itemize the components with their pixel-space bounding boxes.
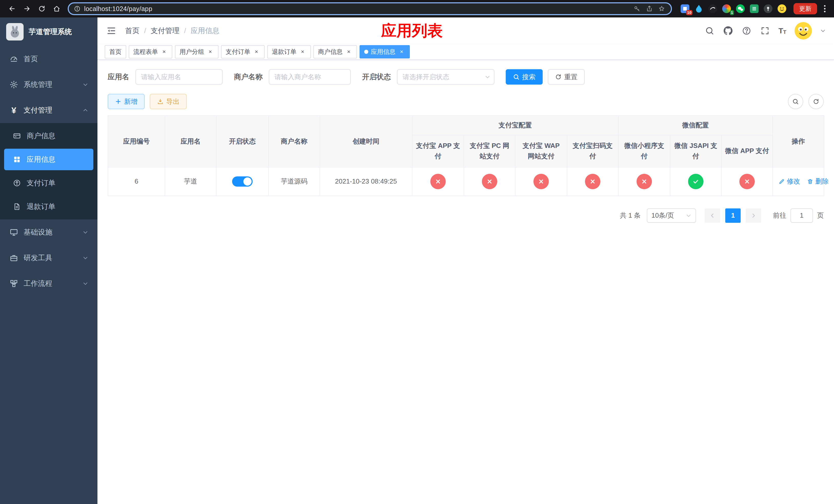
next-page-button[interactable] xyxy=(746,208,761,223)
site-info-icon[interactable] xyxy=(74,5,81,12)
table-toolbar: 新增 导出 xyxy=(108,94,824,109)
breadcrumb-item-home[interactable]: 首页 xyxy=(125,26,139,36)
tab-merchant-info[interactable]: 商户信息 xyxy=(313,45,357,59)
edit-button[interactable]: 修改 xyxy=(778,177,800,186)
tab-label: 应用信息 xyxy=(371,48,395,56)
search-icon[interactable] xyxy=(704,26,715,36)
sidebar-item-label: 商户信息 xyxy=(27,131,56,141)
merchant-name-input[interactable] xyxy=(269,69,351,85)
share-icon[interactable] xyxy=(646,5,653,12)
close-icon[interactable] xyxy=(160,48,168,55)
bookmark-star-icon[interactable] xyxy=(658,5,665,12)
extension-icon-notes[interactable] xyxy=(750,4,759,13)
chevron-down-icon xyxy=(83,281,88,287)
tab-process-form[interactable]: 流程表单 xyxy=(129,45,172,59)
extension-icon-smiley[interactable] xyxy=(777,4,786,13)
browser-back-icon[interactable] xyxy=(5,2,19,16)
add-button[interactable]: 新增 xyxy=(108,94,145,109)
sidebar-item-dev-tools[interactable]: 研发工具 xyxy=(0,245,97,271)
extension-icon-drop[interactable] xyxy=(695,4,703,13)
chevron-down-icon[interactable] xyxy=(820,28,826,33)
sidebar-item-infrastructure[interactable]: 基础设施 xyxy=(0,220,97,245)
browser-forward-icon[interactable] xyxy=(20,2,34,16)
refresh-icon[interactable] xyxy=(808,94,824,109)
delete-button[interactable]: 删除 xyxy=(807,177,829,186)
column-header-alipay-wap: 支付宝 WAP 网站支付 xyxy=(515,135,567,167)
browser-menu-icon[interactable] xyxy=(821,3,829,15)
breadcrumb: 首页 支付管理 应用信息 xyxy=(125,26,220,36)
extension-icon-wechat[interactable] xyxy=(736,4,745,13)
extension-icon-grid[interactable]: 10 xyxy=(681,4,689,13)
cell-created: 2021-10-23 08:49:25 xyxy=(320,167,412,196)
column-header-status: 开启状态 xyxy=(216,116,268,167)
status-select[interactable] xyxy=(397,69,495,85)
status-label: 开启状态 xyxy=(362,72,391,82)
cell-merchant: 芋道源码 xyxy=(268,167,320,196)
column-header-wechat-jsapi: 微信 JSAPI 支付 xyxy=(670,135,721,167)
prev-page-button[interactable] xyxy=(705,208,720,223)
sidebar-item-pay-order[interactable]: 支付订单 xyxy=(0,171,97,195)
tab-home[interactable]: 首页 xyxy=(105,45,126,59)
toggle-search-icon[interactable] xyxy=(788,94,803,109)
extension-icon-color[interactable]: 1 xyxy=(722,4,731,13)
sidebar-item-label: 基础设施 xyxy=(24,227,52,237)
sidebar-item-label: 支付订单 xyxy=(27,178,56,188)
reset-button-label: 重置 xyxy=(564,72,577,82)
column-header-actions: 操作 xyxy=(773,116,824,167)
extension-icon-dark[interactable] xyxy=(708,4,717,13)
sidebar-item-workflow[interactable]: 工作流程 xyxy=(0,271,97,296)
browser-reload-icon[interactable] xyxy=(35,2,49,16)
column-header-app-name: 应用名 xyxy=(165,116,216,167)
browser-update-button[interactable]: 更新 xyxy=(793,3,817,14)
config-status-icon xyxy=(739,174,755,189)
sidebar-item-home[interactable]: 首页 xyxy=(0,46,97,72)
close-icon[interactable] xyxy=(299,48,306,55)
extensions-row: 10 1 xyxy=(681,4,786,13)
main-area: 首页 支付管理 应用信息 应用列表 TT xyxy=(97,18,834,504)
close-icon[interactable] xyxy=(345,48,352,55)
close-icon[interactable] xyxy=(207,48,214,55)
sidebar-item-payment[interactable]: ¥ 支付管理 xyxy=(0,97,97,123)
sidebar-item-app-info[interactable]: 应用信息 xyxy=(4,149,93,170)
font-size-icon[interactable]: TT xyxy=(778,27,786,35)
extension-badge: 10 xyxy=(686,10,693,15)
sidebar-toggle-icon[interactable] xyxy=(106,25,117,37)
column-header-app-id: 应用编号 xyxy=(108,116,165,167)
export-button[interactable]: 导出 xyxy=(150,94,187,109)
grid-icon xyxy=(12,155,22,164)
tab-app-info[interactable]: 应用信息 xyxy=(359,45,410,59)
sidebar-item-refund-order[interactable]: 退款订单 xyxy=(0,195,97,219)
breadcrumb-item-payment[interactable]: 支付管理 xyxy=(151,26,179,36)
sidebar-item-system[interactable]: 系统管理 xyxy=(0,72,97,97)
status-select-input[interactable] xyxy=(397,69,495,85)
edit-button-label: 修改 xyxy=(787,177,800,186)
add-button-label: 新增 xyxy=(124,97,137,106)
cell-status xyxy=(216,167,268,196)
fullscreen-icon[interactable] xyxy=(760,26,770,36)
page-number-button[interactable]: 1 xyxy=(725,208,741,223)
tab-user-group[interactable]: 用户分组 xyxy=(175,45,219,59)
status-toggle[interactable] xyxy=(232,176,253,187)
tab-pay-order[interactable]: 支付订单 xyxy=(221,45,265,59)
avatar[interactable] xyxy=(794,22,812,40)
password-key-icon[interactable] xyxy=(633,5,641,12)
browser-home-icon[interactable] xyxy=(50,2,64,16)
chevron-down-icon xyxy=(83,255,88,261)
tab-refund-order[interactable]: 退款订单 xyxy=(267,45,311,59)
page-size-select[interactable]: 10条/页 xyxy=(647,208,696,223)
extension-icon-pin[interactable] xyxy=(764,4,772,13)
close-icon[interactable] xyxy=(398,48,405,55)
export-button-label: 导出 xyxy=(166,97,179,106)
app-name-input[interactable] xyxy=(135,69,223,85)
sidebar-item-merchant-info[interactable]: 商户信息 xyxy=(0,124,97,148)
reset-button[interactable]: 重置 xyxy=(548,69,585,85)
url-bar[interactable]: localhost:1024/pay/app xyxy=(68,2,672,15)
help-icon[interactable] xyxy=(741,26,752,36)
browser-toolbar: localhost:1024/pay/app 10 1 更新 xyxy=(0,0,834,18)
column-group-wechat: 微信配置 xyxy=(618,116,773,135)
breadcrumb-separator xyxy=(184,27,186,35)
github-icon[interactable] xyxy=(723,26,733,36)
search-button[interactable]: 搜索 xyxy=(506,69,543,85)
goto-page-input[interactable] xyxy=(790,208,813,223)
close-icon[interactable] xyxy=(253,48,260,55)
